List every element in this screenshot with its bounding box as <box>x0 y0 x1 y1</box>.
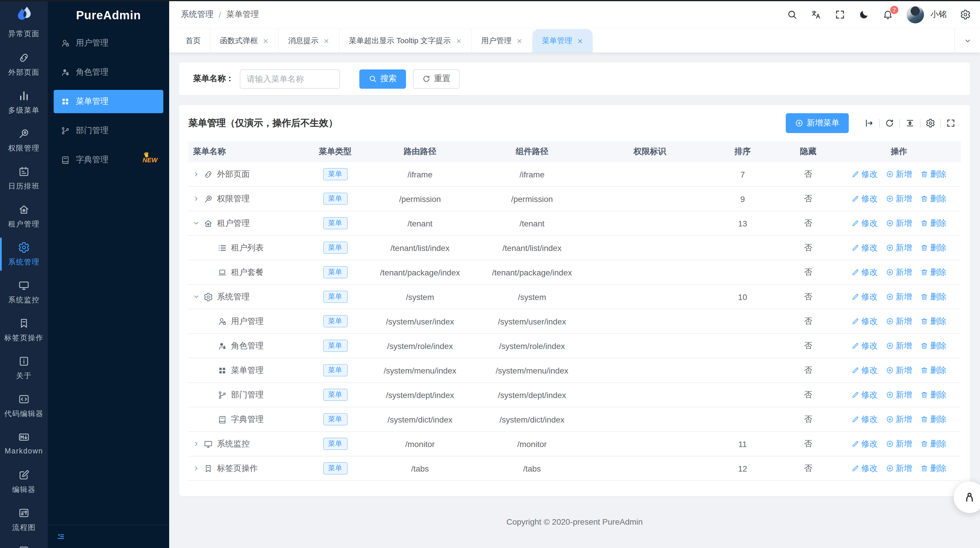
add-row-link[interactable]: 新增 <box>886 390 912 400</box>
delete-row-link[interactable]: 删除 <box>920 218 947 228</box>
sidebar-item-菜单管理[interactable]: 菜单管理 <box>54 90 163 113</box>
rail-item-系统监控[interactable]: 系统监控 <box>0 273 48 311</box>
expand-chevron-right-icon[interactable] <box>193 170 201 178</box>
add-row-link[interactable]: 新增 <box>886 341 912 351</box>
edit-row-link[interactable]: 修改 <box>851 414 878 425</box>
rail-item-代码编辑器[interactable]: 代码编辑器 <box>0 387 48 425</box>
expand-collapse-chevron-down-icon[interactable] <box>193 293 201 301</box>
sidebar-item-角色管理[interactable]: 角色管理 <box>54 61 163 84</box>
add-row-link[interactable]: 新增 <box>886 365 912 376</box>
edit-row-link[interactable]: 修改 <box>851 365 878 376</box>
delete-row-link[interactable]: 删除 <box>920 414 947 425</box>
sidebar-item-用户管理[interactable]: 用户管理 <box>54 32 163 55</box>
close-tab-icon[interactable] <box>262 38 269 44</box>
delete-row-link[interactable]: 删除 <box>920 316 947 327</box>
add-row-link[interactable]: 新增 <box>886 193 912 204</box>
tab-菜单超出显示 Tooltip 文字提示[interactable]: 菜单超出显示 Tooltip 文字提示 <box>339 29 472 53</box>
reset-button[interactable]: 重置 <box>413 69 460 88</box>
add-row-link[interactable]: 新增 <box>886 463 912 473</box>
edit-row-link[interactable]: 修改 <box>851 463 878 473</box>
delete-row-link[interactable]: 删除 <box>920 169 947 180</box>
tabs-more-chevron-icon[interactable] <box>955 29 980 53</box>
table-fullscreen-icon[interactable] <box>941 118 961 128</box>
translate-icon[interactable] <box>811 10 821 20</box>
search-button[interactable]: 搜索 <box>360 69 406 88</box>
menu-name-input[interactable] <box>240 69 340 88</box>
expand-all-icon[interactable] <box>859 118 879 128</box>
collapse-sidebar-icon[interactable] <box>56 532 66 542</box>
close-tab-icon[interactable] <box>516 38 523 44</box>
rail-item-关于[interactable]: 关于 <box>0 349 48 387</box>
trash-icon <box>920 342 928 350</box>
expand-chevron-right-icon[interactable] <box>193 440 201 448</box>
search-icon[interactable] <box>787 10 797 20</box>
delete-row-link[interactable]: 删除 <box>920 341 947 351</box>
add-row-link[interactable]: 新增 <box>886 292 912 302</box>
row-density-icon[interactable] <box>900 118 920 128</box>
fullscreen-icon[interactable] <box>835 10 845 20</box>
delete-row-link[interactable]: 删除 <box>920 193 947 204</box>
rail-item-流程图[interactable]: 流程图 <box>0 501 48 538</box>
rail-item-Markdown[interactable]: Markdown <box>0 425 48 463</box>
expand-chevron-right-icon[interactable] <box>193 464 201 472</box>
delete-row-link[interactable]: 删除 <box>920 292 947 302</box>
rail-item-clipped[interactable] <box>0 538 48 548</box>
notifications-bell-icon[interactable]: 7 <box>883 10 893 20</box>
expand-chevron-right-icon[interactable] <box>193 194 201 203</box>
add-row-link[interactable]: 新增 <box>886 267 912 277</box>
column-settings-gear-icon[interactable] <box>921 118 940 128</box>
rail-item-系统管理[interactable]: 系统管理 <box>0 235 48 273</box>
user-avatar[interactable] <box>907 6 924 23</box>
add-row-link[interactable]: 新增 <box>886 169 912 180</box>
edit-row-link[interactable]: 修改 <box>851 242 878 253</box>
edit-row-link[interactable]: 修改 <box>851 169 878 180</box>
add-row-link[interactable]: 新增 <box>886 438 912 449</box>
rail-item-租户管理[interactable]: 租户管理 <box>0 197 48 235</box>
edit-row-link[interactable]: 修改 <box>851 218 878 228</box>
sidebar-item-部门管理[interactable]: 部门管理 <box>54 119 163 142</box>
delete-row-link[interactable]: 删除 <box>920 438 947 449</box>
close-tab-icon[interactable] <box>456 38 462 44</box>
edit-row-link[interactable]: 修改 <box>851 390 878 400</box>
close-tab-icon[interactable] <box>577 38 583 44</box>
dark-mode-moon-icon[interactable] <box>859 10 869 20</box>
sidebar-item-字典管理[interactable]: 字典管理♛NEW <box>54 148 163 172</box>
settings-gear-icon[interactable] <box>960 10 970 20</box>
refresh-table-icon[interactable] <box>880 118 899 128</box>
delete-row-link[interactable]: 删除 <box>920 267 947 277</box>
action-label: 新增 <box>896 218 912 228</box>
tab-用户管理[interactable]: 用户管理 <box>472 29 533 53</box>
delete-row-link[interactable]: 删除 <box>920 365 947 376</box>
rail-item-多级菜单[interactable]: 多级菜单 <box>0 83 48 121</box>
rail-item-权限管理[interactable]: 权限管理 <box>0 121 48 159</box>
rail-item-异常页面[interactable]: 异常页面 <box>0 25 48 46</box>
edit-row-link[interactable]: 修改 <box>851 438 878 449</box>
rail-item-外部页面[interactable]: 外部页面 <box>0 46 48 83</box>
edit-row-link[interactable]: 修改 <box>851 292 878 302</box>
tab-菜单管理[interactable]: 菜单管理 <box>533 29 593 53</box>
edit-row-link[interactable]: 修改 <box>851 267 878 277</box>
edit-row-link[interactable]: 修改 <box>851 316 878 327</box>
rail-item-日历排班[interactable]: 日历排班 <box>0 159 48 197</box>
edit-row-link[interactable]: 修改 <box>851 193 878 204</box>
rail-item-标签页操作[interactable]: 标签页操作 <box>0 311 48 349</box>
app-logo[interactable] <box>0 0 48 25</box>
delete-row-link[interactable]: 删除 <box>920 463 947 473</box>
tab-消息提示[interactable]: 消息提示 <box>279 29 339 53</box>
breadcrumb-item-parent[interactable]: 系统管理 <box>181 10 213 20</box>
edit-row-link[interactable]: 修改 <box>851 341 878 351</box>
add-row-link[interactable]: 新增 <box>886 242 912 253</box>
username-label[interactable]: 小铭 <box>931 10 947 20</box>
delete-row-link[interactable]: 删除 <box>920 242 947 253</box>
add-row-link[interactable]: 新增 <box>886 414 912 425</box>
expand-collapse-chevron-down-icon[interactable] <box>193 219 201 227</box>
add-row-link[interactable]: 新增 <box>886 316 912 327</box>
tab-函数式弹框[interactable]: 函数式弹框 <box>211 29 279 53</box>
add-menu-button[interactable]: 新增菜单 <box>786 113 849 133</box>
menu-type-tag: 菜单 <box>323 291 347 303</box>
close-tab-icon[interactable] <box>323 38 329 44</box>
tab-首页[interactable]: 首页 <box>176 29 211 53</box>
rail-item-编辑器[interactable]: 编辑器 <box>0 463 48 501</box>
delete-row-link[interactable]: 删除 <box>920 390 947 400</box>
add-row-link[interactable]: 新增 <box>886 218 912 228</box>
